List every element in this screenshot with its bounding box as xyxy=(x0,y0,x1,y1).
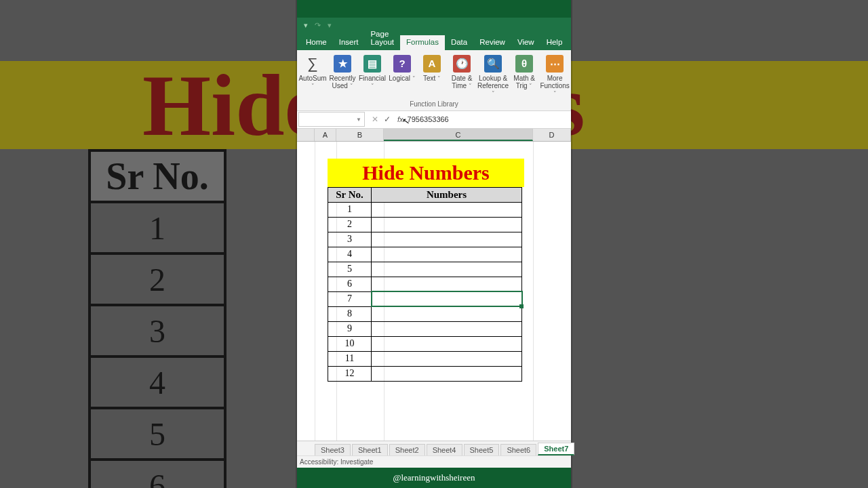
cell-srno[interactable]: 10 xyxy=(328,336,372,351)
sheet-tab-sheet3[interactable]: Sheet3 xyxy=(315,444,351,455)
quick-access-toolbar: ▾ ↷ ▾ xyxy=(297,18,571,33)
ribbon-btn-recently-used[interactable]: ★RecentlyUsed ˅ xyxy=(328,53,357,92)
ribbon-formulas: ∑AutoSum ˅★RecentlyUsed ˅▤Financial ˅?Lo… xyxy=(297,50,571,111)
name-box[interactable]: ▼ xyxy=(298,112,365,127)
ribbon-btn-label: MoreFunctions ˅ xyxy=(540,75,569,98)
function-library-group: ∑AutoSum ˅★RecentlyUsed ˅▤Financial ˅?Lo… xyxy=(298,53,570,99)
ribbon-tab-insert[interactable]: Insert xyxy=(333,35,365,50)
cell-srno[interactable]: 3 xyxy=(328,232,372,247)
table-row: 10 xyxy=(328,336,522,351)
ribbon-btn-autosum[interactable]: ∑AutoSum ˅ xyxy=(298,53,327,92)
date-time-icon: 🕐 xyxy=(452,54,471,73)
cell-number[interactable] xyxy=(372,217,522,232)
cell-number[interactable] xyxy=(372,306,522,321)
cell-srno[interactable]: 8 xyxy=(328,306,372,321)
ribbon-btn-label: Math &Trig ˅ xyxy=(513,75,535,90)
ribbon-btn-label: Financial ˅ xyxy=(359,75,386,90)
cell-srno[interactable]: 11 xyxy=(328,351,372,366)
bg-header-sr: Sr No. xyxy=(90,150,225,202)
sheet-tab-sheet1[interactable]: Sheet1 xyxy=(352,444,388,455)
cell-number[interactable] xyxy=(372,247,522,262)
cell-srno[interactable]: 4 xyxy=(328,247,372,262)
cell-srno[interactable]: 2 xyxy=(328,217,372,232)
cell-srno[interactable]: 12 xyxy=(328,366,372,381)
formula-value-text: 7956353366 xyxy=(408,115,449,123)
ribbon-tab-home[interactable]: Home xyxy=(300,35,333,50)
sheet-tab-sheet7[interactable]: Sheet7 xyxy=(538,443,574,455)
sheet-tab-sheet5[interactable]: Sheet5 xyxy=(464,444,500,455)
cell-number[interactable] xyxy=(372,336,522,351)
cell-number[interactable] xyxy=(372,321,522,336)
cell-number[interactable] xyxy=(372,277,522,291)
formula-bar-controls: ✕ ✓ xyxy=(368,115,395,124)
sheet-tab-sheet2[interactable]: Sheet2 xyxy=(389,444,425,455)
cell-number[interactable] xyxy=(372,202,522,217)
lookup-reference-icon: 🔍 xyxy=(484,54,502,73)
financial-icon: ▤ xyxy=(363,54,382,73)
cell-srno[interactable]: 9 xyxy=(328,321,372,336)
cell-number[interactable] xyxy=(372,351,522,366)
enter-icon[interactable]: ✓ xyxy=(384,115,391,124)
col-header-D[interactable]: D xyxy=(533,129,571,141)
ribbon-btn-math-trig[interactable]: θMath &Trig ˅ xyxy=(510,53,538,92)
ribbon-btn-more-functions[interactable]: ⋯MoreFunctions ˅ xyxy=(540,53,570,99)
qat-more-icon[interactable]: ▾ xyxy=(328,21,332,30)
undo-icon[interactable]: ↷ xyxy=(315,21,321,30)
ribbon-tab-help[interactable]: Help xyxy=(540,35,569,50)
ribbon-group-label: Function Library xyxy=(298,99,570,110)
ribbon-btn-lookup-reference[interactable]: 🔍Lookup &Reference ˅ xyxy=(477,53,509,99)
header-srno: Sr No. xyxy=(328,187,372,202)
accessibility-status[interactable]: Accessibility: Investigate xyxy=(300,458,373,466)
video-top-bar xyxy=(297,0,571,18)
select-all-corner[interactable] xyxy=(297,129,315,141)
table-row: 1 xyxy=(328,202,522,217)
page-title: Hide Numbers xyxy=(328,159,524,187)
text-icon: A xyxy=(422,54,441,73)
bg-cell: 1 xyxy=(90,202,225,253)
data-table: Sr No. Numbers 123456789101112 xyxy=(328,187,522,382)
more-functions-icon: ⋯ xyxy=(545,54,564,73)
formula-input[interactable]: ↖ 7956353366 xyxy=(406,115,571,123)
cell-number[interactable] xyxy=(372,291,522,306)
table-row: 8 xyxy=(328,306,522,321)
cursor-pointer-icon: ↖ xyxy=(401,116,410,127)
table-row: 2 xyxy=(328,217,522,232)
ribbon-tab-strip: HomeInsertPage LayoutFormulasDataReviewV… xyxy=(297,33,571,50)
bg-cell: 5 xyxy=(90,408,225,460)
ribbon-tab-view[interactable]: View xyxy=(511,35,540,50)
cell-srno[interactable]: 6 xyxy=(328,277,372,291)
worksheet-grid[interactable]: Hide Numbers Sr No. Numbers 123456789101… xyxy=(297,142,571,441)
name-box-dropdown-icon[interactable]: ▼ xyxy=(356,117,361,123)
gridline xyxy=(533,142,534,441)
bg-cell: 4 xyxy=(90,357,225,408)
ribbon-tab-review[interactable]: Review xyxy=(473,35,511,50)
cell-number[interactable] xyxy=(372,232,522,247)
ribbon-btn-label: AutoSum ˅ xyxy=(298,75,326,90)
col-header-C[interactable]: C xyxy=(384,129,533,141)
gridline xyxy=(315,142,315,441)
ribbon-tab-page-layout[interactable]: Page Layout xyxy=(364,27,400,50)
cell-srno[interactable]: 1 xyxy=(328,202,372,217)
col-header-B[interactable]: B xyxy=(336,129,384,141)
sheet-tab-sheet6[interactable]: Sheet6 xyxy=(500,444,536,455)
ribbon-btn-label: Date &Time ˅ xyxy=(452,75,473,90)
ribbon-btn-label: Lookup &Reference ˅ xyxy=(477,75,509,98)
ribbon-tab-formulas[interactable]: Formulas xyxy=(400,35,445,50)
ribbon-btn-logical[interactable]: ?Logical ˅ xyxy=(388,53,416,84)
cell-srno[interactable]: 7 xyxy=(328,291,372,306)
qat-dropdown-icon[interactable]: ▾ xyxy=(304,21,308,30)
col-header-A[interactable]: A xyxy=(315,129,336,141)
ribbon-btn-text[interactable]: AText ˅ xyxy=(418,53,446,84)
ribbon-btn-financial[interactable]: ▤Financial ˅ xyxy=(358,53,387,92)
sheet-tab-sheet4[interactable]: Sheet4 xyxy=(427,444,462,455)
table-row: 7 xyxy=(328,291,522,306)
ribbon-btn-date-time[interactable]: 🕐Date &Time ˅ xyxy=(448,53,476,92)
excel-app: ▾ ↷ ▾ HomeInsertPage LayoutFormulasDataR… xyxy=(297,18,571,468)
ribbon-tab-data[interactable]: Data xyxy=(445,35,473,50)
cancel-icon[interactable]: ✕ xyxy=(372,115,378,124)
table-row: 6 xyxy=(328,277,522,291)
cell-number[interactable] xyxy=(372,366,522,381)
cell-number[interactable] xyxy=(372,262,522,277)
cell-srno[interactable]: 5 xyxy=(328,262,372,277)
logical-icon: ? xyxy=(393,54,412,73)
